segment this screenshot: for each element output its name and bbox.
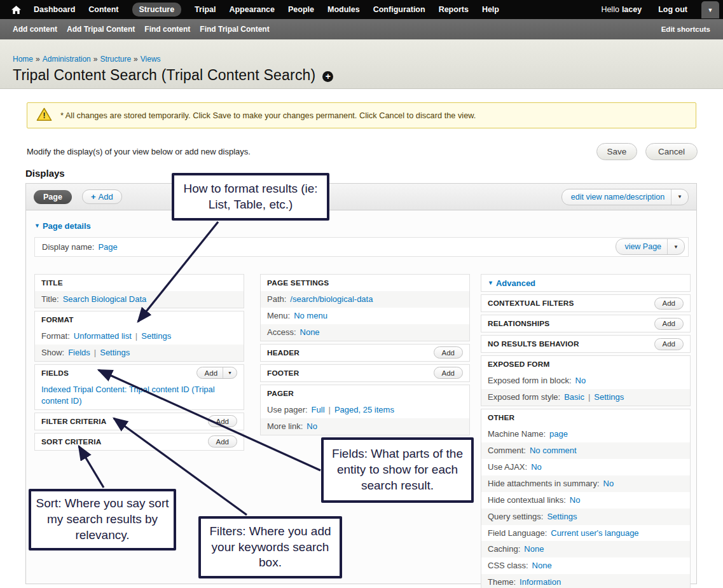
setting-label: Menu: — [267, 311, 290, 320]
setting-link-settings[interactable]: Settings — [594, 392, 624, 402]
home-icon[interactable] — [11, 6, 21, 14]
plus-icon: + — [91, 192, 96, 202]
instruction-text: Modify the display(s) of your view below… — [27, 147, 251, 156]
setting-link-unformatted-list[interactable]: Unformatted list — [74, 331, 132, 341]
chevron-down-icon: ▼ — [708, 7, 713, 13]
add-button[interactable]: Add▼ — [196, 367, 237, 379]
chevron-down-icon[interactable]: ▼ — [223, 367, 237, 378]
add-button[interactable]: Add — [654, 297, 684, 310]
setting-link-search-biological-data[interactable]: /search/biological-data — [290, 294, 373, 304]
section-title: OTHER — [488, 413, 514, 422]
setting-link-settings[interactable]: Settings — [547, 512, 577, 521]
setting-link-page[interactable]: page — [549, 429, 568, 439]
toolbar-item-appearance[interactable]: Appearance — [229, 5, 275, 14]
shortcut-item-find-tripal-content[interactable]: Find Tripal Content — [200, 25, 269, 34]
setting-row: More link:No — [261, 418, 469, 435]
link-separator: | — [135, 331, 137, 341]
toolbar-item-tripal[interactable]: Tripal — [195, 5, 216, 14]
setting-link-no[interactable]: No — [531, 462, 542, 472]
edit-view-name-button[interactable]: edit view name/description ▼ — [561, 189, 689, 205]
setting-link-search-biological-data[interactable]: Search Biological Data — [63, 294, 147, 304]
toolbar-item-help[interactable]: Help — [482, 5, 499, 14]
warning-text: * All changes are stored temporarily. Cl… — [60, 111, 476, 120]
cancel-button[interactable]: Cancel — [645, 143, 698, 160]
add-button[interactable]: Add — [208, 435, 237, 448]
setting-link-indexed-tripal-content-tripal-[interactable]: Indexed Tripal Content: Tripal content I… — [41, 385, 215, 406]
add-button[interactable]: Add — [208, 415, 237, 427]
greeting-text: Hello — [601, 5, 619, 14]
account-greeting[interactable]: Hello lacey — [601, 5, 642, 14]
setting-link-none[interactable]: None — [532, 561, 552, 570]
setting-link-information[interactable]: Information — [520, 577, 561, 587]
setting-link-no[interactable]: No — [306, 421, 317, 431]
setting-link-paged-25-items[interactable]: Paged, 25 items — [334, 405, 394, 414]
view-page-button[interactable]: view Page ▼ — [616, 238, 685, 255]
setting-link-none[interactable]: None — [300, 327, 320, 337]
section-footer: FOOTERAdd — [260, 364, 470, 382]
setting-label: Exposed form style: — [488, 392, 560, 402]
logout-link[interactable]: Log out — [658, 5, 687, 14]
add-button-label: Add — [655, 340, 683, 348]
column-right: ▼AdvancedCONTEXTUAL FILTERSAddRELATIONSH… — [481, 274, 691, 588]
setting-link-settings[interactable]: Settings — [141, 331, 171, 341]
setting-label: Use AJAX: — [488, 462, 527, 472]
setting-link-fields[interactable]: Fields — [68, 348, 90, 357]
save-button[interactable]: Save — [596, 143, 637, 160]
breadcrumb-link-administration[interactable]: Administration — [43, 55, 91, 64]
add-button[interactable]: Add — [434, 346, 463, 359]
display-name-row: Display name:Page view Page ▼ — [34, 237, 689, 257]
toolbar-toggle-button[interactable]: ▼ — [701, 1, 719, 18]
setting-link-no[interactable]: No — [603, 479, 614, 488]
advanced-toggle[interactable]: ▼Advanced — [488, 278, 535, 288]
breadcrumb-link-structure[interactable]: Structure — [100, 55, 131, 64]
link-separator: | — [94, 348, 96, 357]
setting-row: Format:Unformatted list|Settings — [35, 328, 244, 345]
shortcut-item-find-content[interactable]: Find content — [144, 25, 190, 34]
toolbar-item-modules[interactable]: Modules — [327, 5, 360, 14]
tab-page[interactable]: Page — [34, 190, 72, 204]
chevron-down-icon[interactable]: ▼ — [671, 189, 688, 205]
setting-row: Show:Fields|Settings — [35, 345, 244, 361]
section-header-sort-criteria: SORT CRITERIAAdd — [35, 434, 244, 450]
setting-label: Exposed form in block: — [488, 376, 572, 385]
breadcrumb-link-home[interactable]: Home — [13, 55, 33, 64]
setting-label: Hide contextual links: — [488, 495, 566, 505]
toolbar-item-people[interactable]: People — [288, 5, 314, 14]
display-name-value[interactable]: Page — [98, 242, 117, 252]
add-button[interactable]: Add — [654, 338, 684, 350]
setting-link-none[interactable]: None — [524, 544, 544, 554]
setting-link-no-menu[interactable]: No menu — [294, 311, 327, 320]
triangle-down-icon: ▼ — [34, 222, 40, 229]
add-button-label: Add — [209, 438, 237, 446]
toolbar-item-reports[interactable]: Reports — [439, 5, 469, 14]
toolbar-item-configuration[interactable]: Configuration — [373, 5, 425, 14]
shortcut-bar: Add contentAdd Tripal ContentFind conten… — [0, 19, 723, 39]
section-title: EXPOSED FORM — [488, 360, 549, 369]
setting-link-no-comment[interactable]: No comment — [530, 446, 577, 455]
shortcut-item-add-tripal-content[interactable]: Add Tripal Content — [67, 25, 135, 34]
setting-link-basic[interactable]: Basic — [564, 392, 584, 402]
toolbar-item-dashboard[interactable]: Dashboard — [34, 5, 75, 14]
edit-shortcuts-link[interactable]: Edit shortcuts — [661, 25, 710, 33]
toolbar-item-content[interactable]: Content — [88, 5, 118, 14]
annotation-filters: Filters: Where you add your keywords sea… — [198, 516, 342, 578]
column-middle: PAGE SETTINGSPath:/search/biological-dat… — [260, 274, 470, 438]
add-button[interactable]: Add — [434, 367, 463, 379]
breadcrumb-separator: » — [93, 55, 98, 64]
setting-row: Title:Search Biological Data — [35, 291, 244, 308]
setting-link-no[interactable]: No — [575, 376, 586, 385]
contextual-gear-icon[interactable]: + — [322, 71, 333, 82]
add-display-button[interactable]: + Add — [82, 189, 122, 204]
setting-link-no[interactable]: No — [570, 495, 581, 505]
toolbar-item-structure[interactable]: Structure — [132, 3, 182, 17]
chevron-down-icon[interactable]: ▼ — [667, 239, 684, 254]
setting-link-current-user-s-language[interactable]: Current user's language — [551, 528, 638, 538]
section-exposed-form: EXPOSED FORMExposed form in block:NoExpo… — [481, 355, 691, 406]
setting-link-settings[interactable]: Settings — [100, 348, 130, 357]
breadcrumb-link-views[interactable]: Views — [141, 55, 161, 64]
add-button[interactable]: Add — [654, 318, 684, 330]
section-header-other: OTHER — [481, 409, 690, 426]
page-details-toggle[interactable]: ▼ Page details — [34, 221, 91, 231]
setting-link-full[interactable]: Full — [312, 405, 325, 414]
shortcut-item-add-content[interactable]: Add content — [13, 25, 57, 34]
